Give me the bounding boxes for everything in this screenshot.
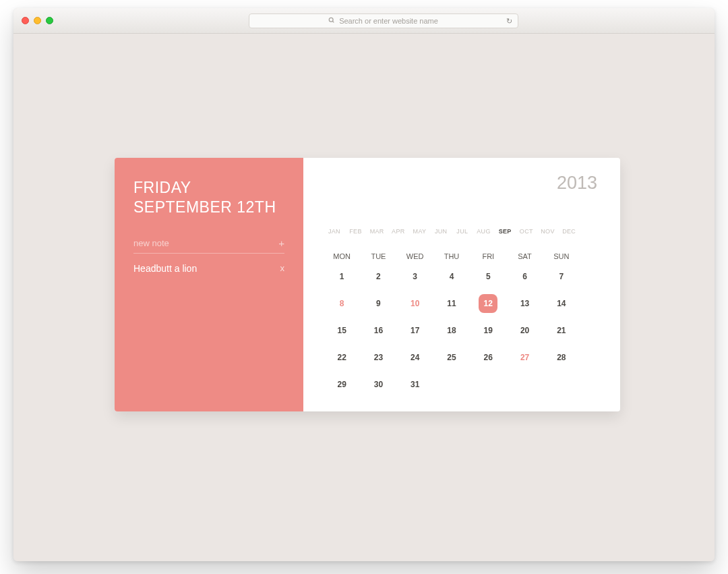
date-cell[interactable]: 30 [360,371,396,398]
date-cell[interactable]: 13 [506,290,543,317]
date-cell[interactable]: 9 [360,290,396,317]
date-number: 11 [447,299,456,308]
date-cell[interactable]: 26 [470,344,506,371]
selected-date-text: SEPTEMBER 12TH [133,198,276,216]
remove-note-icon[interactable]: x [280,263,285,273]
date-cell[interactable]: 20 [506,317,543,344]
date-cell[interactable]: 31 [397,371,433,398]
date-cell[interactable]: 19 [470,317,506,344]
close-window-button[interactable] [22,17,29,24]
date-number: 23 [374,353,383,362]
date-cell[interactable]: 18 [433,317,470,344]
date-number: 28 [557,353,566,362]
date-number: 2 [376,272,381,281]
date-number: 1 [340,272,344,281]
date-cell[interactable]: 14 [543,290,580,317]
new-note-placeholder: new note [133,238,169,248]
date-number: 18 [447,326,456,335]
date-number: 31 [411,380,419,389]
svg-point-0 [329,18,333,22]
month-tab[interactable]: AUG [473,228,495,239]
date-cell[interactable]: 11 [433,290,470,317]
date-cell[interactable]: 1 [324,263,360,290]
date-cell[interactable]: 28 [543,344,580,371]
date-cell[interactable]: 15 [324,317,360,344]
month-tab[interactable]: JAN [324,228,345,239]
date-cell[interactable]: 29 [324,371,360,398]
date-number: 12 [479,294,497,313]
date-number: 7 [559,272,564,281]
date-cell[interactable]: 25 [433,344,470,371]
date-number: 29 [337,380,346,389]
weekday-header-row: MONTUEWEDTHUFRISATSUN [324,250,580,263]
date-cell[interactable]: 3 [397,263,433,290]
browser-chrome: Search or enter website name ↻ + [13,8,715,34]
month-tab[interactable]: DEC [558,228,580,239]
date-number: 6 [522,272,527,281]
date-number: 17 [411,326,419,335]
date-grid: 1234567891011121314151617181920212223242… [324,263,580,398]
date-number: 13 [520,299,529,308]
reload-icon[interactable]: ↻ [506,16,512,25]
address-bar[interactable]: Search or enter website name ↻ [249,13,518,28]
selected-date-heading: FRIDAY SEPTEMBER 12TH [133,178,284,217]
date-number: 30 [374,380,383,389]
month-tab[interactable]: JUL [452,228,473,239]
date-cell[interactable]: 24 [397,344,433,371]
date-cell[interactable]: 4 [433,263,470,290]
month-tab[interactable]: APR [388,228,409,239]
svg-line-1 [332,21,334,22]
date-number: 9 [376,299,381,308]
month-tab[interactable]: JUN [430,228,452,239]
notes-panel: FRIDAY SEPTEMBER 12TH new note + Headbut… [115,158,303,411]
date-number: 3 [413,272,417,281]
date-number: 24 [411,353,419,362]
date-cell[interactable]: 17 [397,317,433,344]
date-cell[interactable]: 8 [324,290,360,317]
date-cell[interactable]: 23 [360,344,396,371]
date-cell[interactable]: 6 [506,263,543,290]
date-cell[interactable]: 22 [324,344,360,371]
add-note-icon[interactable]: + [278,237,284,249]
date-number: 21 [557,326,566,335]
date-cell[interactable]: 16 [360,317,396,344]
date-cell[interactable]: 21 [543,317,580,344]
month-tab[interactable]: NOV [537,228,559,239]
note-item[interactable]: Headbutt a lionx [133,262,284,275]
date-number: 20 [520,326,529,335]
month-tab[interactable]: SEP [494,228,516,239]
date-number: 15 [337,326,346,335]
year-label[interactable]: 2013 [557,173,597,194]
date-number: 19 [484,326,493,335]
date-cell[interactable]: 7 [543,263,580,290]
address-placeholder: Search or enter website name [339,17,438,25]
weekday-header: MON [324,250,360,263]
date-cell[interactable]: 2 [360,263,396,290]
calendar-widget: FRIDAY SEPTEMBER 12TH new note + Headbut… [115,158,620,411]
month-tab[interactable]: MAY [409,228,431,239]
window-controls [20,17,53,24]
weekday-header: TUE [360,250,396,263]
weekday-header: SUN [543,250,580,263]
minimize-window-button[interactable] [34,17,41,24]
date-cell[interactable]: 27 [506,344,543,371]
month-tab[interactable]: MAR [366,228,388,239]
browser-window: Search or enter website name ↻ + FRIDAY … [13,8,715,561]
maximize-window-button[interactable] [46,17,53,24]
date-cell[interactable]: 10 [397,290,433,317]
month-tab[interactable]: FEB [345,228,367,239]
date-number: 8 [340,299,344,308]
date-number: 25 [447,353,456,362]
date-cell-selected[interactable]: 12 [470,290,506,317]
date-number: 27 [520,353,529,362]
weekday-header: WED [397,250,433,263]
notes-list: Headbutt a lionx [133,262,284,275]
date-number: 14 [557,299,566,308]
calendar-panel: 2013 JANFEBMARAPRMAYJUNJULAUGSEPOCTNOVDE… [303,158,620,411]
months-row: JANFEBMARAPRMAYJUNJULAUGSEPOCTNOVDEC [324,228,580,239]
month-tab[interactable]: OCT [516,228,537,239]
note-text: Headbutt a lion [133,263,197,274]
date-number: 5 [486,272,491,281]
new-note-input[interactable]: new note + [133,237,284,254]
date-cell[interactable]: 5 [470,263,506,290]
